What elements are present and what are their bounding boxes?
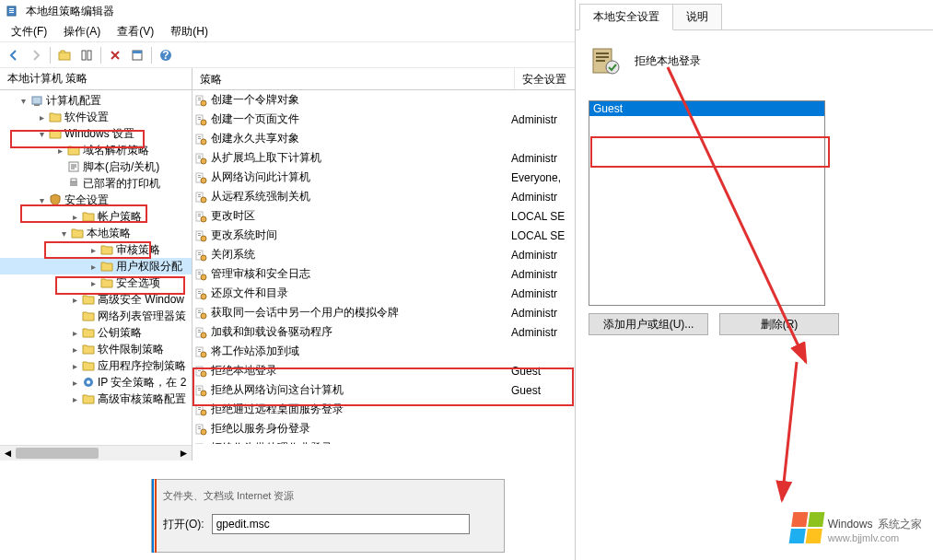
scroll-right-arrow[interactable]: ► (176, 446, 192, 461)
tree-item[interactable]: ▸软件限制策略 (0, 341, 192, 357)
tree-item[interactable]: ▸IP 安全策略，在 2 (0, 374, 192, 391)
run-input[interactable] (212, 514, 470, 534)
up-button[interactable] (54, 45, 75, 65)
policy-row[interactable]: 更改时区LOCAL SE (192, 206, 576, 226)
tab-explanation[interactable]: 说明 (672, 4, 722, 29)
policy-row[interactable]: 还原文件和目录Administr (192, 284, 576, 303)
run-label: 打开(O): (163, 517, 204, 532)
svg-point-37 (201, 178, 206, 183)
tree-horizontal-scrollbar[interactable]: ◄ ► (0, 445, 192, 461)
policy-name: 从远程系统强制关机 (211, 189, 310, 204)
svg-rect-23 (198, 117, 201, 118)
properties-button[interactable] (127, 45, 147, 65)
tree-item[interactable]: ▸软件设置 (0, 109, 192, 125)
policy-row[interactable]: 获取同一会话中另一个用户的模拟令牌Administr (192, 303, 576, 322)
tree-item[interactable]: ▸安全选项 (0, 274, 192, 291)
menu-view[interactable]: 查看(V) (110, 22, 161, 41)
svg-rect-31 (198, 156, 201, 157)
policy-row[interactable]: 拒绝通过远程桌面服务登录 (192, 400, 576, 419)
back-button[interactable] (4, 45, 24, 65)
svg-point-98 (606, 61, 619, 74)
tree-item[interactable]: ▸域名解析策略 (0, 142, 192, 158)
svg-rect-24 (198, 119, 201, 120)
svg-rect-35 (198, 175, 201, 176)
tree-item[interactable]: ▸帐户策略 (0, 208, 192, 225)
policy-row[interactable]: 从远程系统强制关机Administr (192, 187, 576, 206)
svg-point-29 (201, 139, 206, 145)
policy-setting: Administr (511, 287, 576, 300)
column-setting[interactable]: 安全设置 (515, 68, 576, 89)
policy-icon (194, 268, 207, 281)
svg-rect-56 (198, 274, 201, 274)
svg-rect-40 (198, 196, 201, 197)
folder-icon (81, 358, 96, 373)
folder-icon (81, 325, 96, 340)
menu-file[interactable]: 文件(F) (4, 22, 54, 41)
policy-row[interactable]: 关闭系统Administr (192, 245, 576, 264)
policy-icon (194, 113, 207, 126)
svg-rect-3 (9, 12, 14, 13)
tree-item-label: 安全选项 (116, 275, 160, 291)
tree-item[interactable]: ▾本地策略 (0, 225, 192, 241)
svg-rect-39 (198, 194, 201, 195)
menu-action[interactable]: 操作(A) (56, 22, 108, 41)
policy-row[interactable]: 拒绝以服务身份登录 (192, 419, 576, 438)
tree-root[interactable]: ▾计算机配置 (0, 92, 192, 109)
tree-item[interactable]: ▾Windows 设置 (0, 125, 192, 142)
users-listbox[interactable]: Guest (589, 100, 825, 306)
column-policy[interactable]: 策略 (192, 68, 515, 89)
show-tree-button[interactable] (76, 45, 97, 65)
tree-item[interactable]: ▸用户权限分配 (0, 258, 192, 274)
policy-name: 拒绝本地登录 (211, 363, 277, 379)
tree-item[interactable]: ▸高级安全 Window (0, 291, 192, 308)
policy-row[interactable]: 将工作站添加到域 (192, 342, 576, 361)
tree-item[interactable]: ▸公钥策略 (0, 324, 192, 341)
scroll-left-arrow[interactable]: ◄ (0, 446, 16, 461)
policy-setting: Everyone, (511, 171, 576, 184)
tree-item-label: 公钥策略 (98, 325, 142, 341)
tree-item[interactable]: ▾安全设置 (0, 192, 192, 208)
tree-item[interactable]: 网络列表管理器策 (0, 308, 192, 324)
list-body[interactable]: 创建一个令牌对象创建一个页面文件Administr创建永久共享对象从扩展坞上取下… (192, 90, 576, 444)
tree-item-label: 软件限制策略 (98, 342, 164, 357)
policy-row[interactable]: 从扩展坞上取下计算机Administr (192, 148, 576, 168)
folder-icon (66, 176, 81, 191)
tree-item[interactable]: ▸应用程序控制策略 (0, 357, 192, 374)
policy-row[interactable]: 管理审核和安全日志Administr (192, 264, 576, 284)
policy-setting: Guest (511, 384, 576, 397)
policy-name: 拒绝作为批处理作业登录 (211, 440, 332, 444)
svg-rect-5 (82, 51, 86, 60)
policy-row[interactable]: 创建一个令牌对象 (192, 90, 576, 110)
policy-row[interactable]: 拒绝从网络访问这台计算机Guest (192, 380, 576, 400)
tree-body[interactable]: ▾计算机配置▸软件设置▾Windows 设置▸域名解析策略脚本(启动/关机)已部… (0, 90, 192, 444)
policy-setting: LOCAL SE (511, 210, 576, 223)
delete-button[interactable] (105, 45, 125, 65)
tree-item[interactable]: ▸高级审核策略配置 (0, 391, 192, 407)
svg-rect-90 (196, 444, 203, 445)
add-user-button[interactable]: 添加用户或组(U)... (589, 313, 708, 335)
policy-row[interactable]: 拒绝作为批处理作业登录 (192, 438, 576, 444)
tab-local-security[interactable]: 本地安全设置 (579, 4, 673, 30)
help-button[interactable]: ? (156, 45, 176, 65)
scroll-thumb[interactable] (16, 448, 99, 459)
listbox-item[interactable]: Guest (589, 101, 824, 116)
menu-help[interactable]: 帮助(H) (163, 22, 216, 41)
tab-content: 拒绝本地登录 Guest 添加用户或组(U)... 删除(R) (576, 29, 933, 554)
svg-point-81 (201, 391, 206, 396)
remove-button[interactable]: 删除(R) (719, 313, 839, 335)
tree-item[interactable]: 已部署的打印机 (0, 175, 192, 192)
tree-item[interactable]: ▸审核策略 (0, 241, 192, 258)
svg-rect-27 (198, 136, 201, 137)
forward-button[interactable] (26, 45, 46, 65)
svg-point-57 (201, 274, 206, 280)
tree-item[interactable]: 脚本(启动/关机) (0, 158, 192, 175)
svg-rect-64 (198, 312, 201, 313)
policy-row[interactable]: 更改系统时间LOCAL SE (192, 226, 576, 245)
policy-row[interactable]: 创建一个页面文件Administr (192, 110, 576, 129)
policy-row[interactable]: 从网络访问此计算机Everyone, (192, 168, 576, 187)
svg-rect-79 (198, 388, 201, 389)
policy-row[interactable]: 创建永久共享对象 (192, 129, 576, 148)
policy-name: 拒绝通过远程桌面服务登录 (211, 402, 344, 417)
policy-row[interactable]: 拒绝本地登录Guest (192, 361, 576, 380)
policy-row[interactable]: 加载和卸载设备驱动程序Administr (192, 322, 576, 342)
